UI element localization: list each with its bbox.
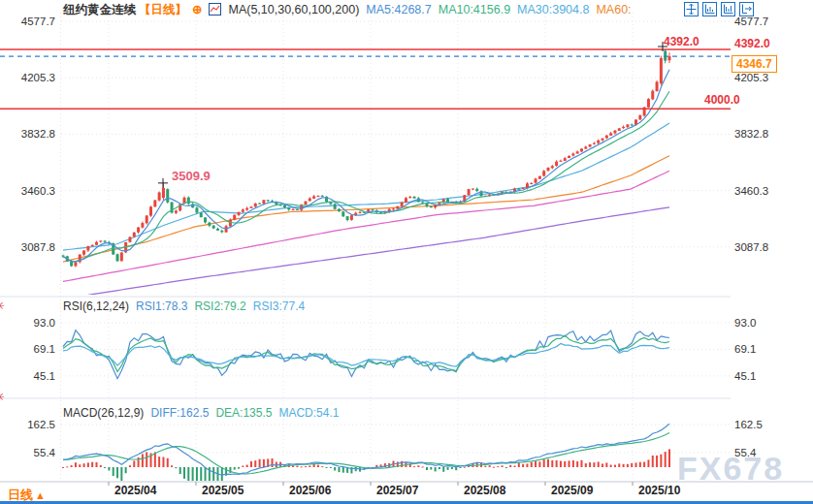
add-indicator-icon[interactable]: ⊕	[192, 3, 202, 16]
macd-tick-label: 55.4	[0, 447, 55, 458]
move-icon[interactable]	[684, 2, 699, 16]
round-level-label: 4000.0	[704, 94, 740, 107]
date-tick-label: 2025/07	[376, 484, 418, 497]
macd-header: MACD(26,12,9)DIFF:162.5DEA:135.5MACD:54.…	[63, 406, 345, 420]
price-tick-label: 3087.8	[0, 241, 55, 253]
rsi-tick-label: 93.0	[734, 317, 756, 329]
rsi-header: RSI(6,12,24)RSI1:78.3RSI2:79.2RSI3:77.4	[63, 299, 311, 313]
price-tick-label: 3460.3	[0, 185, 55, 197]
macd-tick-label: 162.5	[0, 419, 55, 430]
chart-toolbar	[684, 2, 754, 16]
main-chart-header: 纽约黄金连续【日线】⊕MA(5,10,30,60,100,200)MA5:426…	[63, 2, 638, 18]
diff-value: DIFF:162.5	[150, 406, 209, 420]
resistance-line-label: 4392.0	[664, 36, 699, 48]
triangle-up-icon: ▲	[35, 489, 46, 501]
watermark: FX678	[677, 450, 784, 488]
date-tick-label: 2025/09	[551, 484, 593, 497]
chart-axes-icon[interactable]	[702, 2, 717, 16]
date-tick-label: 2025/10	[638, 484, 680, 497]
date-tick-label: 2025/06	[289, 484, 331, 497]
ma60-value: MA60:	[596, 3, 631, 16]
rsi3-value: RSI3:77.4	[253, 299, 305, 313]
period-selector-label: 日线	[8, 488, 33, 502]
price-tick-label: 4577.7	[0, 16, 55, 27]
dea-value: DEA:135.5	[215, 406, 272, 420]
date-tick-label: 2025/04	[114, 484, 156, 497]
gold-chart-app: { "header": { "symbol": "纽约黄金连续", "perio…	[0, 0, 813, 504]
price-tick-label: 3832.8	[734, 128, 768, 140]
rsi2-value: RSI2:79.2	[194, 299, 245, 313]
candlestick-mini-icon[interactable]	[209, 3, 221, 18]
macd-pane-settings-icon[interactable]: ✳	[0, 391, 5, 403]
rsi-tick-label: 45.1	[734, 370, 756, 382]
macd-value: MACD:54.1	[278, 406, 339, 420]
ma5-value: MA5:4268.7	[366, 3, 431, 16]
rsi-pane-settings-icon[interactable]: ✳	[0, 299, 5, 312]
rsi-tick-label: 45.1	[0, 370, 55, 382]
macd-title[interactable]: MACD(26,12,9)	[63, 406, 144, 420]
rsi-title[interactable]: RSI(6,12,24)	[63, 299, 129, 313]
period-tag: 【日线】	[139, 3, 187, 16]
resistance-axis-label: 4392.0	[734, 38, 770, 50]
price-tick-label: 4577.7	[734, 16, 768, 27]
rsi-tick-label: 69.1	[734, 343, 756, 355]
april-peak-label: 3509.9	[172, 170, 211, 182]
ma10-value: MA10:4156.9	[439, 3, 510, 16]
rsi1-value: RSI1:78.3	[136, 299, 187, 313]
rsi-tick-label: 69.1	[0, 343, 55, 355]
price-tick-label: 3832.8	[0, 128, 55, 140]
price-tick-label: 4205.3	[734, 72, 768, 83]
last-price-badge: 4346.7	[732, 55, 777, 73]
rsi-tick-label: 93.0	[0, 317, 55, 329]
price-tick-label: 3460.3	[734, 185, 768, 197]
symbol-name: 纽约黄金连续	[63, 3, 136, 16]
macd-tick-label: 162.5	[734, 419, 763, 430]
ma-settings-label[interactable]: MA(5,10,30,60,100,200)	[228, 3, 359, 16]
ma30-value: MA30:3904.8	[517, 3, 589, 16]
date-tick-label: 2025/05	[202, 484, 244, 497]
exit-chart-icon[interactable]	[739, 2, 754, 16]
chart-canvas[interactable]	[0, 0, 813, 504]
date-tick-label: 2025/08	[464, 484, 505, 497]
chart-bars-icon[interactable]	[721, 2, 735, 16]
price-tick-label: 4205.3	[0, 72, 55, 83]
price-tick-label: 3087.8	[734, 241, 768, 253]
